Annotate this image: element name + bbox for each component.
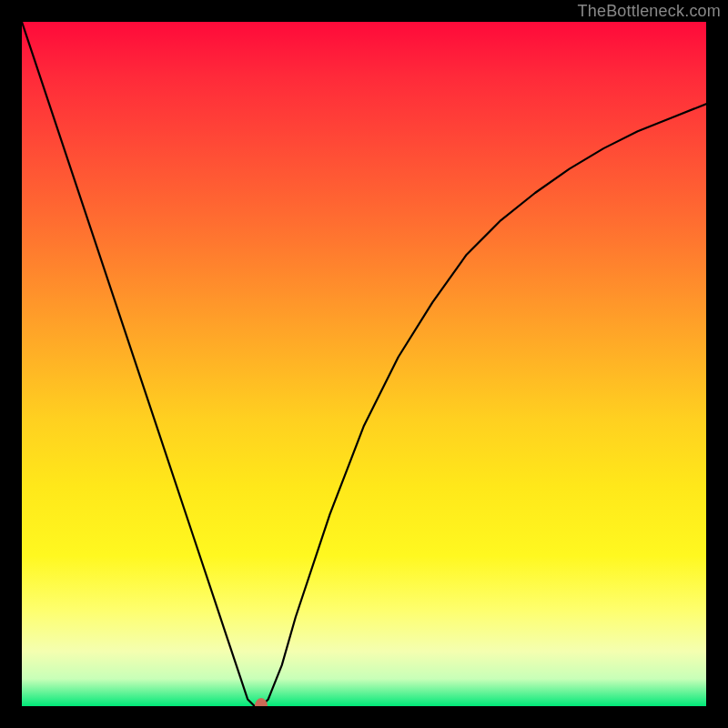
chart-frame: TheBottleneck.com: [0, 0, 728, 728]
bottleneck-curve: [22, 22, 706, 706]
watermark-text: TheBottleneck.com: [578, 2, 721, 21]
plot-area: [22, 22, 706, 706]
